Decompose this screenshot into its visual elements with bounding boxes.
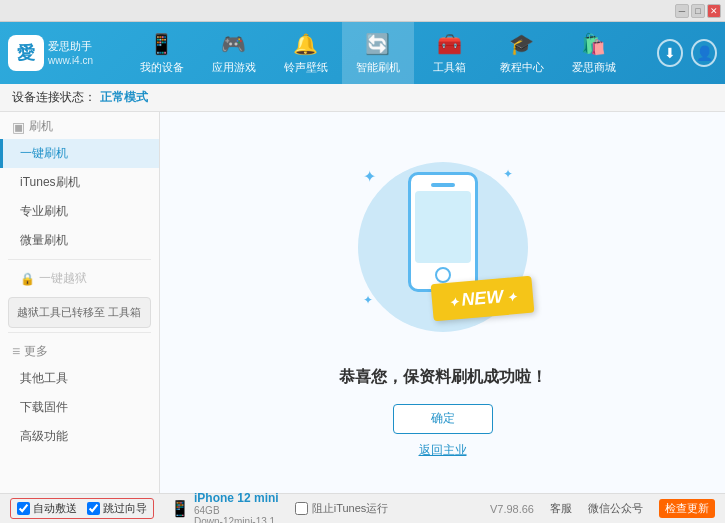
status-bar: 设备连接状态： 正常模式: [0, 84, 725, 112]
sidebar-item-download-firmware[interactable]: 下载固件: [0, 393, 159, 422]
apps-icon: 🎮: [221, 32, 246, 56]
store-icon: 🛍️: [581, 32, 606, 56]
nav-item-ringtones[interactable]: 🔔 铃声壁纸: [270, 22, 342, 84]
wechat-link[interactable]: 微信公众号: [588, 501, 643, 516]
maximize-button[interactable]: □: [691, 4, 705, 18]
toolbox-icon: 🧰: [437, 32, 462, 56]
nav-item-tutorial[interactable]: 🎓 教程中心: [486, 22, 558, 84]
checkbox-auto-send[interactable]: 自动敷送: [17, 501, 77, 516]
header: 愛 爱思助手 www.i4.cn 📱 我的设备 🎮 应用游戏 🔔 铃声壁纸 🔄 …: [0, 22, 725, 84]
jailbreak-notice: 越狱工具已转移至 工具箱: [8, 297, 151, 328]
sparkle-icon-tr: ✦: [503, 167, 513, 181]
phone-speaker: [431, 183, 455, 187]
sidebar-item-itunes-flash[interactable]: iTunes刷机: [0, 168, 159, 197]
download-button[interactable]: ⬇: [657, 39, 683, 67]
bottom-bar: 自动敷送 跳过向导 📱 iPhone 12 mini 64GB Down-12m…: [0, 493, 725, 523]
nav-item-smart-flash[interactable]: 🔄 智能刷机: [342, 22, 414, 84]
update-button[interactable]: 检查更新: [659, 499, 715, 518]
device-info: iPhone 12 mini 64GB Down-12mini-13,1: [194, 491, 279, 524]
illustration: ✦ ✦ ✦ NEW: [343, 147, 543, 347]
account-button[interactable]: 👤: [691, 39, 717, 67]
device-section: 📱 iPhone 12 mini 64GB Down-12mini-13,1: [170, 491, 279, 524]
close-button[interactable]: ✕: [707, 4, 721, 18]
nav-item-apps-games[interactable]: 🎮 应用游戏: [198, 22, 270, 84]
bottom-right: V7.98.66 客服 微信公众号 检查更新: [490, 499, 715, 518]
phone-body: [408, 172, 478, 292]
nav-items: 📱 我的设备 🎮 应用游戏 🔔 铃声壁纸 🔄 智能刷机 🧰 工具箱 🎓 教程中心…: [98, 22, 657, 84]
sparkle-icon-bl: ✦: [363, 293, 373, 307]
more-section-label: ≡ 更多: [0, 337, 159, 364]
flash-icon: 🔄: [365, 32, 390, 56]
sparkle-icon-tl: ✦: [363, 167, 376, 186]
auto-send-checkbox[interactable]: [17, 502, 30, 515]
minimize-button[interactable]: ─: [675, 4, 689, 18]
home-link[interactable]: 返回主业: [419, 442, 467, 459]
flash-section-icon: ▣: [12, 119, 25, 135]
content-area: ✦ ✦ ✦ NEW 恭喜您，保资料刷机成功啦！ 确定 返回主业: [160, 112, 725, 493]
logo-area: 愛 爱思助手 www.i4.cn: [8, 35, 98, 71]
checkbox-skip-wizard[interactable]: 跳过向导: [87, 501, 147, 516]
title-bar: ─ □ ✕: [0, 0, 725, 22]
confirm-button[interactable]: 确定: [393, 404, 493, 434]
checkbox-group: 自动敷送 跳过向导: [10, 498, 154, 519]
logo-text: 爱思助手 www.i4.cn: [48, 39, 93, 66]
device-phone-icon: 📱: [170, 499, 190, 518]
sidebar-item-advanced[interactable]: 高级功能: [0, 422, 159, 451]
version-label: V7.98.66: [490, 503, 534, 515]
nav-item-toolbox[interactable]: 🧰 工具箱: [414, 22, 486, 84]
sidebar-item-pro-flash[interactable]: 专业刷机: [0, 197, 159, 226]
logo-icon: 愛: [8, 35, 44, 71]
phone-icon: 📱: [149, 32, 174, 56]
bottom-left: 自动敷送 跳过向导 📱 iPhone 12 mini 64GB Down-12m…: [10, 491, 388, 524]
phone-screen: [415, 191, 471, 263]
ringtone-icon: 🔔: [293, 32, 318, 56]
nav-right: ⬇ 👤: [657, 39, 717, 67]
stop-itunes-checkbox[interactable]: [295, 502, 308, 515]
sidebar-item-one-click-flash[interactable]: 一键刷机: [0, 139, 159, 168]
main-layout: ▣ 刷机 一键刷机 iTunes刷机 专业刷机 微量刷机 🔒 一键越狱 越狱工具…: [0, 112, 725, 493]
sidebar: ▣ 刷机 一键刷机 iTunes刷机 专业刷机 微量刷机 🔒 一键越狱 越狱工具…: [0, 112, 160, 493]
more-section-icon: ≡: [12, 343, 20, 359]
sidebar-item-dual-flash[interactable]: 微量刷机: [0, 226, 159, 255]
jailbreak-section: 🔒 一键越狱: [0, 264, 159, 293]
tutorial-icon: 🎓: [509, 32, 534, 56]
phone-home-button: [435, 267, 451, 283]
sidebar-divider-2: [8, 332, 151, 333]
sidebar-item-other-tools[interactable]: 其他工具: [0, 364, 159, 393]
skip-wizard-checkbox[interactable]: [87, 502, 100, 515]
nav-item-my-device[interactable]: 📱 我的设备: [126, 22, 198, 84]
stop-itunes-section: 阻止iTunes运行: [295, 501, 389, 516]
lock-icon: 🔒: [20, 272, 35, 286]
service-link[interactable]: 客服: [550, 501, 572, 516]
nav-item-store[interactable]: 🛍️ 爱思商城: [558, 22, 630, 84]
flash-section-label: ▣ 刷机: [0, 112, 159, 139]
success-text: 恭喜您，保资料刷机成功啦！: [339, 367, 547, 388]
sidebar-divider-1: [8, 259, 151, 260]
